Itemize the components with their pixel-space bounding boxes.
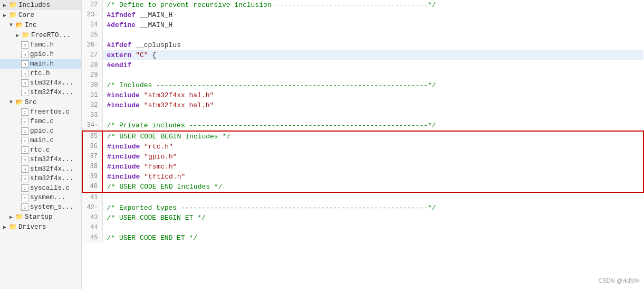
file-icon-sysmem: c xyxy=(21,194,28,201)
tree-item-drivers[interactable]: ▶📁Drivers xyxy=(0,222,81,232)
tree-item-stm32f4x4[interactable]: hstm32f4x... xyxy=(0,164,81,174)
line-number: 27 xyxy=(82,50,102,60)
tree-label-stm32f4x4: stm32f4x... xyxy=(30,165,74,173)
file-icon-system_s: c xyxy=(21,203,28,211)
code-line-content: /* USER CODE END ET */ xyxy=(102,233,643,243)
code-row: 42◦/* Exported types -------------------… xyxy=(82,203,643,213)
code-row: 27extern "C" { xyxy=(82,50,643,60)
file-icon-fsmc_h: h xyxy=(21,41,28,49)
keyword-span: #include xyxy=(107,153,140,161)
tree-item-fsmc_c[interactable]: cfsmc.c xyxy=(0,117,81,126)
code-row: 25 xyxy=(82,30,643,40)
code-line-content: #endif xyxy=(102,60,643,70)
code-line-content xyxy=(102,70,643,80)
code-row: 29 xyxy=(82,70,643,80)
tree-label-stm32f4x5: stm32f4x... xyxy=(30,175,74,182)
line-number: 34◦ xyxy=(82,120,102,131)
tree-item-gpio_h[interactable]: hgpio.h xyxy=(0,50,81,59)
tree-item-main_h[interactable]: hmain.h xyxy=(0,59,81,69)
tree-item-stm32f4x3[interactable]: hstm32f4x... xyxy=(0,155,81,164)
tree-item-freertos[interactable]: ▶📁FreeRTO... xyxy=(0,30,81,40)
tree-item-freertos_c[interactable]: cfreertos.c xyxy=(0,107,81,117)
tree-item-main_c[interactable]: cmain.c xyxy=(0,136,81,145)
keyword-span: #include xyxy=(107,101,140,109)
folder-icon-src: 📂 xyxy=(15,98,23,106)
code-row: 44 xyxy=(82,223,643,233)
code-row: 37#include "gpio.h" xyxy=(82,152,643,162)
file-tree[interactable]: ▶📁Includes▶📁Core▼📂Inc▶📁FreeRTO...hfsmc.h… xyxy=(0,0,82,289)
tree-item-startup[interactable]: ▶📁Startup xyxy=(0,212,81,222)
code-line-content: #include "stm32f4xx_hal.h" xyxy=(102,100,643,110)
file-icon-stm32f4x1: h xyxy=(21,79,28,87)
tree-item-inc[interactable]: ▼📂Inc xyxy=(0,20,81,30)
line-number: 33 xyxy=(82,110,102,120)
comment-span: /* Exported types ----------------------… xyxy=(107,204,436,212)
line-number: 23◦ xyxy=(82,10,102,20)
keyword-span: #include xyxy=(107,143,140,151)
expand-arrow-startup: ▶ xyxy=(8,214,14,220)
file-icon-stm32f4x2: h xyxy=(21,89,28,96)
file-icon-main_h: h xyxy=(21,60,28,68)
code-line-content: /* USER CODE BEGIN ET */ xyxy=(102,213,643,223)
code-line-content: /* USER CODE BEGIN Includes */ xyxy=(102,131,643,142)
code-row: 24#define __MAIN_H xyxy=(82,20,643,30)
tree-item-syscalls_c[interactable]: csyscalls.c xyxy=(0,183,81,193)
code-line-content xyxy=(102,192,643,203)
folder-icon-core: 📁 xyxy=(8,11,17,19)
tree-label-fsmc_c: fsmc.c xyxy=(30,118,54,125)
keyword-span: #endif xyxy=(107,61,132,69)
code-line-content: /* Define to prevent recursive inclusion… xyxy=(102,0,643,10)
tree-item-stm32f4x5[interactable]: hstm32f4x... xyxy=(0,174,81,183)
tree-label-stm32f4x3: stm32f4x... xyxy=(30,156,74,163)
tree-item-system_s[interactable]: csystem_s... xyxy=(0,202,81,212)
string-span: "gpio.h" xyxy=(144,153,177,161)
tree-item-src[interactable]: ▼📂Src xyxy=(0,97,81,107)
tree-item-rtc_c[interactable]: crtc.c xyxy=(0,145,81,155)
file-icon-main_c: c xyxy=(21,137,28,144)
line-number: 22 xyxy=(82,0,102,10)
line-number: 44 xyxy=(82,223,102,233)
code-row: 38#include "fsmc.h" xyxy=(82,162,643,172)
code-line-content xyxy=(102,223,643,233)
tree-item-sysmem[interactable]: csysmem... xyxy=(0,193,81,202)
fold-dot: ◦ xyxy=(94,122,98,128)
tree-item-stm32f4x2[interactable]: hstm32f4x... xyxy=(0,88,81,97)
code-row: 36#include "rtc.h" xyxy=(82,142,643,152)
tree-label-stm32f4x1: stm32f4x... xyxy=(30,79,74,87)
code-row: 39#include "tftlcd.h" xyxy=(82,172,643,182)
tree-item-rtc_h[interactable]: hrtc.h xyxy=(0,69,81,78)
code-row: 45/* USER CODE END ET */ xyxy=(82,233,643,243)
expand-arrow-includes: ▶ xyxy=(2,2,7,8)
tree-label-gpio_c: gpio.c xyxy=(30,127,54,135)
tree-item-fsmc_h[interactable]: hfsmc.h xyxy=(0,40,81,50)
code-line-content: #include "gpio.h" xyxy=(102,152,643,162)
code-line-content: /* USER CODE END Includes */ xyxy=(102,182,643,192)
code-row: 22/* Define to prevent recursive inclusi… xyxy=(82,0,643,10)
keyword-span: #ifndef xyxy=(107,11,136,19)
file-icon-fsmc_c: c xyxy=(21,118,28,125)
tree-label-drivers: Drivers xyxy=(18,223,46,231)
tree-item-stm32f4x1[interactable]: hstm32f4x... xyxy=(0,78,81,88)
fold-dot: ◦ xyxy=(94,204,98,211)
keyword-span: extern xyxy=(107,51,132,59)
folder-icon-startup: 📁 xyxy=(15,213,23,221)
code-line-content: #include "fsmc.h" xyxy=(102,162,643,172)
code-line-content: #include "rtc.h" xyxy=(102,142,643,152)
string-span: "tftlcd.h" xyxy=(144,173,185,181)
code-row: 31#include "stm32f4xx_hal.h" xyxy=(82,90,643,100)
line-number: 24 xyxy=(82,20,102,30)
tree-item-core[interactable]: ▶📁Core xyxy=(0,10,81,20)
tree-label-core: Core xyxy=(18,12,34,19)
keyword-span: #include xyxy=(107,163,140,171)
line-number: 31 xyxy=(82,90,102,100)
line-number: 42◦ xyxy=(82,203,102,213)
keyword-span: #include xyxy=(107,173,140,181)
expand-arrow-inc: ▼ xyxy=(8,22,14,28)
code-line-content: #ifdef __cplusplus xyxy=(102,40,643,50)
code-line-content: /* Includes ----------------------------… xyxy=(102,80,643,90)
tree-label-src: Src xyxy=(25,99,37,106)
tree-item-gpio_c[interactable]: cgpio.c xyxy=(0,126,81,136)
string-span: "fsmc.h" xyxy=(144,163,177,171)
code-row: 32#include "stm32f4xx_hal.h" xyxy=(82,100,643,110)
tree-item-includes[interactable]: ▶📁Includes xyxy=(0,0,81,10)
